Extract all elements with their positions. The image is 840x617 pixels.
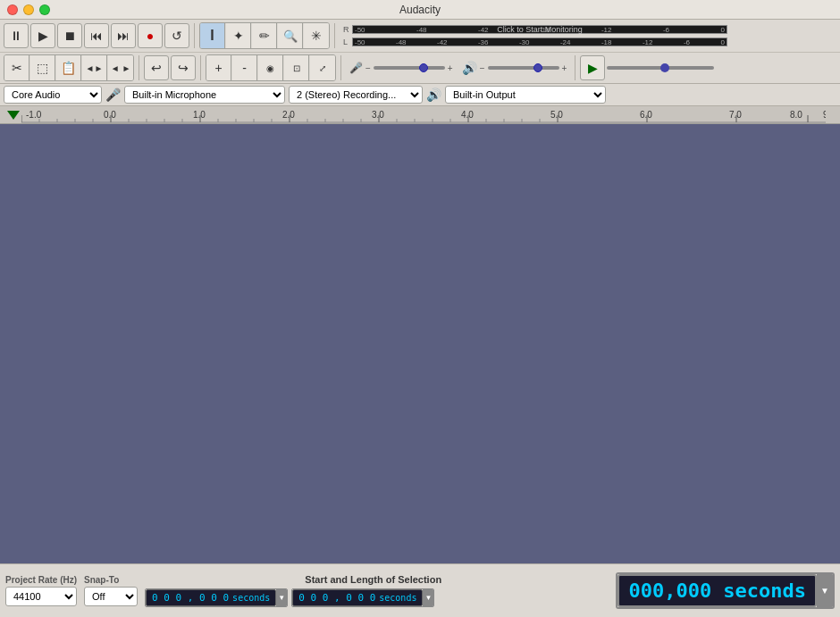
snap-to-section: Snap-To Off xyxy=(84,575,138,606)
audio-host-select[interactable]: Core Audio xyxy=(4,86,102,104)
play-tick-0: 0 xyxy=(720,38,724,46)
speaker-device-icon: 🔊 xyxy=(426,88,441,102)
timeline-ruler: -1.0 0.0 1.0 2.0 3.0 4.0 5.0 xyxy=(0,106,840,124)
length-time-unit: seconds xyxy=(379,593,416,603)
play-tick-42: -42 xyxy=(437,38,448,46)
start-time-container: 0 0 0 , 0 0 0 seconds ▼ xyxy=(145,588,288,607)
position-value: 000,000 seconds xyxy=(628,579,806,602)
pause-button[interactable]: ⏸ xyxy=(4,23,29,48)
separator2 xyxy=(334,23,335,48)
playback-meter-row: L -50 -48 -42 -36 -30 -24 -18 -12 -6 0 xyxy=(343,36,727,48)
svg-text:1.0: 1.0 xyxy=(193,110,206,120)
sep3 xyxy=(139,55,139,80)
track-area[interactable] xyxy=(0,124,840,563)
input-device-select[interactable]: Built-in Microphone xyxy=(124,86,285,104)
position-dropdown-button[interactable]: ▼ xyxy=(817,574,833,607)
multi2-tool-button[interactable]: ✳ xyxy=(304,23,329,48)
silence-button[interactable]: ◄ ► xyxy=(108,55,133,80)
start-time-value: 0 0 0 , 0 0 0 xyxy=(152,592,229,604)
multi-tool-button[interactable]: ✦ xyxy=(226,23,251,48)
playhead-marker xyxy=(7,111,20,120)
mic-icon[interactable]: 🎤 xyxy=(349,62,363,74)
paste-button[interactable]: 📋 xyxy=(56,55,81,80)
plus-icon: + xyxy=(448,63,453,73)
play-tick-48: -48 xyxy=(396,38,407,46)
input-volume-control: 🎤 − + xyxy=(349,62,453,74)
play-tick-30: -30 xyxy=(519,38,530,46)
maximize-button[interactable] xyxy=(39,4,50,15)
window-title: Audacity xyxy=(399,4,441,16)
record-meter-bar[interactable]: -50 -48 -42 Click to Start Monitoring -1… xyxy=(352,25,727,34)
project-rate-section: Project Rate (Hz) 44100 xyxy=(5,575,77,606)
playback-meter-label: L xyxy=(343,38,352,46)
play-tick-50: -50 xyxy=(355,38,365,46)
snap-to-select[interactable]: Off xyxy=(84,587,138,606)
titlebar: Audacity xyxy=(0,0,840,20)
speed-thumb xyxy=(660,63,669,72)
trim-button[interactable]: ◄► xyxy=(82,55,107,80)
output-volume-thumb xyxy=(533,63,542,72)
svg-text:9.0: 9.0 xyxy=(823,110,826,120)
skip-start-button[interactable]: ⏮ xyxy=(84,23,109,48)
svg-text:-1.0: -1.0 xyxy=(26,110,42,120)
input-volume-slider[interactable] xyxy=(374,66,445,70)
position-display[interactable]: 000,000 seconds xyxy=(617,574,817,607)
separator xyxy=(194,23,195,48)
minimize-button[interactable] xyxy=(23,4,34,15)
start-time-display[interactable]: 0 0 0 , 0 0 0 seconds xyxy=(146,589,276,606)
zoom-extra-button[interactable]: ⤢ xyxy=(310,55,335,80)
output-volume-slider[interactable] xyxy=(488,66,559,70)
input-volume-thumb xyxy=(419,63,428,72)
playback-meter-bar[interactable]: -50 -48 -42 -36 -30 -24 -18 -12 -6 0 xyxy=(352,38,727,46)
zoom-in-tool-button[interactable]: 🔍 xyxy=(278,23,303,48)
project-rate-label: Project Rate (Hz) xyxy=(5,575,77,585)
ruler-svg: -1.0 0.0 1.0 2.0 3.0 4.0 5.0 xyxy=(21,106,826,123)
zoom-tools-group: + - ◉ ⊡ ⤢ xyxy=(206,54,336,81)
svg-text:7.0: 7.0 xyxy=(729,110,742,120)
sep4 xyxy=(200,55,201,80)
start-time-unit: seconds xyxy=(232,593,270,603)
select-tool-button[interactable]: I xyxy=(200,23,225,48)
play-tick-24: -24 xyxy=(560,38,571,46)
zoom-sel-button[interactable]: ◉ xyxy=(258,55,283,80)
play-speed-button[interactable]: ▶ xyxy=(580,55,605,80)
speaker-icon[interactable]: 🔊 xyxy=(462,61,477,75)
record-button[interactable]: ● xyxy=(138,23,163,48)
vu-meters: R -50 -48 -42 Click to Start Monitoring … xyxy=(343,23,727,48)
play-tick-12: -12 xyxy=(643,38,653,46)
length-time-container: 0 0 0 , 0 0 0 seconds ▼ xyxy=(291,588,434,607)
record-meter-label: R xyxy=(343,25,352,34)
stop-button[interactable]: ⏹ xyxy=(57,23,82,48)
meter-tick-6: -6 xyxy=(663,26,669,34)
redo-button[interactable]: ↪ xyxy=(171,55,196,80)
cut-button[interactable]: ✂ xyxy=(4,55,29,80)
zoom-out-button[interactable]: - xyxy=(232,55,257,80)
selection-label: Start and Length of Selection xyxy=(145,574,601,585)
draw-tool-button[interactable]: ✏ xyxy=(252,23,277,48)
selection-fields: 0 0 0 , 0 0 0 seconds ▼ 0 0 0 , 0 0 0 se… xyxy=(145,588,601,607)
loop-button[interactable]: ↺ xyxy=(164,23,189,48)
undo-button[interactable]: ↩ xyxy=(144,55,169,80)
window-controls xyxy=(7,4,50,15)
project-rate-select[interactable]: 44100 xyxy=(5,587,77,606)
zoom-fit-button[interactable]: ⊡ xyxy=(284,55,309,80)
play-button[interactable]: ▶ xyxy=(30,23,55,48)
svg-text:4.0: 4.0 xyxy=(461,110,474,120)
output-volume-control: 🔊 − + xyxy=(462,61,567,75)
copy-button[interactable]: ⬚ xyxy=(30,55,55,80)
close-button[interactable] xyxy=(7,4,18,15)
start-time-dropdown-button[interactable]: ▼ xyxy=(276,589,287,606)
length-time-dropdown-button[interactable]: ▼ xyxy=(423,589,433,606)
meter-tick-50: -50 xyxy=(355,26,365,34)
meter-tick-12: -12 xyxy=(601,26,612,34)
skip-end-button[interactable]: ⏭ xyxy=(111,23,136,48)
zoom-in-button[interactable]: + xyxy=(206,55,231,80)
mic-device-icon: 🎤 xyxy=(105,88,121,102)
svg-text:2.0: 2.0 xyxy=(282,110,295,120)
channels-select[interactable]: 2 (Stereo) Recording... xyxy=(289,86,423,104)
length-time-display[interactable]: 0 0 0 , 0 0 0 seconds xyxy=(292,589,423,606)
ruler-ticks: -1.0 0.0 1.0 2.0 3.0 4.0 5.0 xyxy=(20,106,840,123)
status-bar: Project Rate (Hz) 44100 Snap-To Off Star… xyxy=(0,563,840,617)
output-device-select[interactable]: Built-in Output xyxy=(445,86,606,104)
playback-speed-slider[interactable] xyxy=(607,66,714,70)
